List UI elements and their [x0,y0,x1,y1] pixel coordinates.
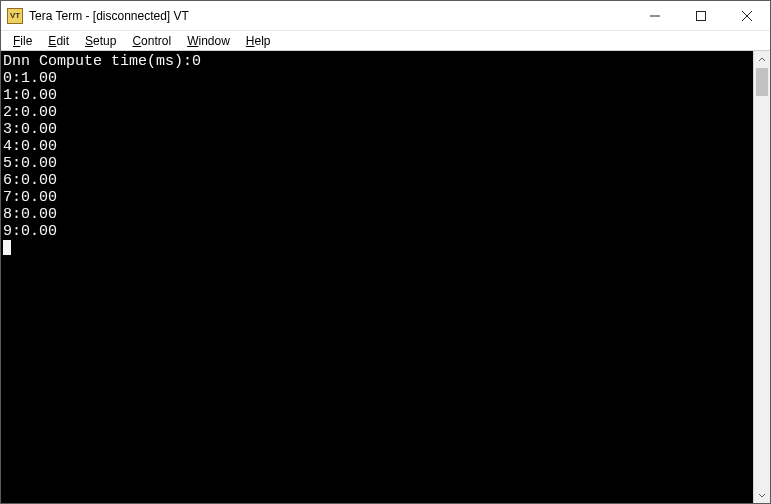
close-icon [742,11,752,21]
terminal-line: 0:1.00 [3,70,753,87]
close-button[interactable] [724,1,770,31]
maximize-button[interactable] [678,1,724,31]
maximize-icon [696,11,706,21]
svg-rect-1 [697,12,706,21]
menu-setup[interactable]: Setup [77,33,124,49]
terminal-output[interactable]: Dnn Compute time(ms):00:1.001:0.002:0.00… [1,51,753,503]
terminal-line: 1:0.00 [3,87,753,104]
chevron-up-icon [758,56,766,64]
minimize-icon [650,11,660,21]
terminal-line: Dnn Compute time(ms):0 [3,53,753,70]
window-controls [632,1,770,30]
chevron-down-icon [758,491,766,499]
terminal-line: 4:0.00 [3,138,753,155]
menubar: File Edit Setup Control Window Help [1,31,770,51]
scroll-track[interactable] [754,68,770,486]
content-area: Dnn Compute time(ms):00:1.001:0.002:0.00… [1,51,770,503]
terminal-cursor [3,240,11,255]
scroll-thumb[interactable] [756,68,768,96]
menu-window[interactable]: Window [179,33,238,49]
terminal-line: 2:0.00 [3,104,753,121]
window-title: Tera Term - [disconnected] VT [29,9,189,23]
app-icon: VT [7,8,23,24]
terminal-line: 5:0.00 [3,155,753,172]
scroll-down-button[interactable] [754,486,770,503]
terminal-line: 6:0.00 [3,172,753,189]
terminal-line: 8:0.00 [3,206,753,223]
terminal-line: 3:0.00 [3,121,753,138]
titlebar: VT Tera Term - [disconnected] VT [1,1,770,31]
menu-file[interactable]: File [5,33,40,49]
scroll-up-button[interactable] [754,51,770,68]
terminal-line: 9:0.00 [3,223,753,240]
minimize-button[interactable] [632,1,678,31]
vertical-scrollbar[interactable] [753,51,770,503]
menu-help[interactable]: Help [238,33,279,49]
terminal-cursor-line [3,240,753,257]
menu-edit[interactable]: Edit [40,33,77,49]
menu-control[interactable]: Control [124,33,179,49]
terminal-line: 7:0.00 [3,189,753,206]
